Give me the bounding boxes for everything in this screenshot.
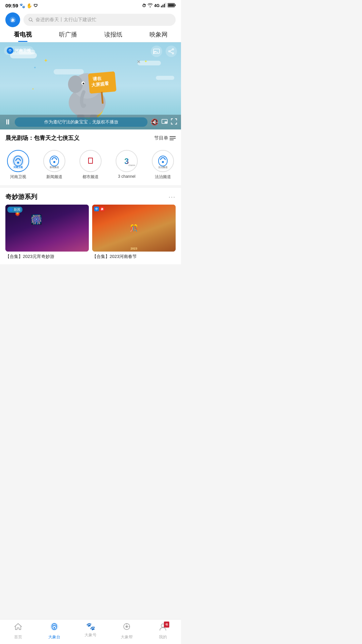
tabs-bar: 看电视 听广播 读报纸 映象网 xyxy=(0,27,181,42)
firework-icon: 🎆 xyxy=(31,214,42,225)
svg-point-27 xyxy=(153,53,154,54)
card-title-2: 【合集】2023河南春节 xyxy=(92,254,176,260)
video-bottom-bar: ⏸ 作为遵纪守法的象宝宝，无版权不播放 🔇 xyxy=(0,115,181,129)
channel-name-hnws: 河南卫视 xyxy=(10,174,26,180)
sparkle3-icon: ✦ xyxy=(32,88,34,91)
search-bar[interactable]: 奋进的春天丨太行山下建设忙 xyxy=(23,14,176,26)
svg-rect-6 xyxy=(175,4,176,6)
svg-point-52 xyxy=(9,208,13,211)
channel-name-dushi: 都市频道 xyxy=(82,174,99,180)
pause-button[interactable]: ⏸ xyxy=(4,118,11,126)
svg-point-38 xyxy=(17,162,19,164)
channel-list: 河南卫视 河南卫视 新闻频道 新闻频道 都市频道 xyxy=(0,147,181,185)
channel-logo-dushi xyxy=(79,150,102,172)
channel-name-fazhi: 法治频道 xyxy=(155,174,171,180)
svg-point-41 xyxy=(53,161,55,163)
sparkle-icon: ✦ xyxy=(44,57,48,64)
card-thumb-2: 🎊 中 象 2023 xyxy=(92,205,176,252)
signal-icon xyxy=(161,3,166,8)
4g-label: 4G xyxy=(154,3,160,8)
video-subtitle-text: 作为遵纪守法的象宝宝，无版权不播放 xyxy=(15,117,147,127)
mute-button[interactable]: 🔇 xyxy=(151,118,158,126)
timer-icon: ⏱ xyxy=(142,3,146,8)
share-button[interactable] xyxy=(166,46,177,57)
status-time: 09:59 xyxy=(5,3,18,8)
channel-item-news[interactable]: 新闻频道 新闻频道 xyxy=(36,150,72,180)
content-card-2[interactable]: 🎊 中 象 2023 【合集】2023河南春节 xyxy=(92,205,176,260)
cast-to-tv-button[interactable] xyxy=(151,46,162,57)
tab-newspaper[interactable]: 读报纸 xyxy=(90,31,136,42)
svg-rect-0 xyxy=(161,6,162,7)
hand-icon: ✋ xyxy=(26,3,32,8)
svg-point-25 xyxy=(10,51,10,52)
svg-text:请在: 请在 xyxy=(93,76,102,82)
status-bar: 09:59 🐾 ✋ 🛡 ⏱ 4G xyxy=(0,0,181,10)
program-info-row: 晨光剧场：包青天之七侠五义 节目单 xyxy=(0,129,181,147)
svg-text:象: 象 xyxy=(11,18,15,22)
svg-point-9 xyxy=(29,18,32,21)
svg-point-30 xyxy=(172,53,174,54)
search-placeholder: 奋进的春天丨太行山下建设忙 xyxy=(36,17,97,23)
close-overlay-button[interactable]: ✕ xyxy=(137,59,141,64)
channel-logo-icon xyxy=(7,47,13,54)
channel-item-fazhi[interactable]: 法治频道 法治频道 xyxy=(145,150,181,180)
sparkle2-icon: ✦ xyxy=(34,66,36,69)
search-icon xyxy=(28,17,34,22)
channel-logo-ch3: 3 channel xyxy=(116,150,138,172)
channel-logo-fazhi: 法治频道 xyxy=(152,150,174,172)
video-scene: 请在 大屏观看 ✦ ✦ ✦ ✦ ✕ 河南卫视 xyxy=(0,42,181,129)
app-logo[interactable]: 象 xyxy=(5,12,20,27)
svg-rect-5 xyxy=(168,4,174,6)
shield-icon: 🛡 xyxy=(34,3,38,8)
pip-button[interactable] xyxy=(162,119,168,125)
battery-icon xyxy=(168,3,176,8)
svg-rect-32 xyxy=(165,121,167,123)
card-year-badge: 2023 xyxy=(130,247,137,250)
svg-text:河南卫视: 河南卫视 xyxy=(13,166,23,168)
svg-text:法治频道: 法治频道 xyxy=(158,166,168,169)
sparkle4-icon: ✦ xyxy=(144,59,147,64)
fullscreen-button[interactable] xyxy=(171,118,177,126)
video-player: 请在 大屏观看 ✦ ✦ ✦ ✦ ✕ 河南卫视 xyxy=(0,42,181,129)
content-card-1[interactable]: 🎆 🏮 新闻 【合集】2023元宵奇妙游 xyxy=(5,205,89,260)
card-title-1: 【合集】2023元宵奇妙游 xyxy=(5,254,89,260)
channel-item-dushi[interactable]: 都市频道 xyxy=(72,150,109,180)
section-more-button[interactable]: ··· xyxy=(169,194,176,201)
card-thumb-1: 🎆 🏮 新闻 xyxy=(5,205,89,252)
svg-point-24 xyxy=(8,48,12,53)
section-title: 奇妙游系列 xyxy=(5,193,37,201)
svg-text:channel: channel xyxy=(128,164,135,166)
content-grid: 🎆 🏮 新闻 【合集】2023元宵奇妙游 🎊 xyxy=(0,205,181,264)
schedule-button[interactable]: 节目单 xyxy=(154,135,176,141)
channel-name-ch3: 3 channel xyxy=(118,174,135,179)
svg-point-16 xyxy=(83,83,84,85)
card-brand-badge-1: 新闻 xyxy=(7,207,22,213)
channel-item-hnws[interactable]: 河南卫视 河南卫视 xyxy=(0,150,36,180)
svg-rect-3 xyxy=(166,3,167,7)
card-logos: 中 象 xyxy=(94,207,105,211)
video-controls-top xyxy=(151,46,177,57)
svg-text:新闻频道: 新闻频道 xyxy=(50,166,59,169)
svg-point-50 xyxy=(162,161,164,163)
svg-rect-45 xyxy=(89,158,92,163)
svg-rect-2 xyxy=(164,4,165,7)
channel-logo-hnws: 河南卫视 xyxy=(7,150,29,172)
qimiaoyou-section: 奇妙游系列 ··· 🎆 🏮 新闻 【合集】2023元宵奇妙游 xyxy=(0,188,181,264)
channel-name-overlay: 河南卫视 xyxy=(15,48,31,54)
section-header: 奇妙游系列 ··· xyxy=(0,188,181,205)
svg-point-12 xyxy=(68,75,83,93)
elephant-illustration: 请在 大屏观看 xyxy=(54,56,121,123)
wifi-icon xyxy=(147,3,153,8)
svg-rect-1 xyxy=(163,5,164,7)
schedule-list-icon xyxy=(170,136,176,141)
channel-logo-overlay: 河南卫视 xyxy=(4,46,34,55)
tab-radio[interactable]: 听广播 xyxy=(45,31,90,42)
channel-name-news: 新闻频道 xyxy=(46,174,62,180)
channel-item-ch3[interactable]: 3 channel 3 channel xyxy=(109,150,145,180)
tab-tv[interactable]: 看电视 xyxy=(0,31,45,42)
paw-icon: 🐾 xyxy=(19,3,25,8)
program-title: 晨光剧场：包青天之七侠五义 xyxy=(5,134,79,142)
festival-icon: 🎊 xyxy=(130,224,138,232)
svg-point-28 xyxy=(172,49,174,50)
tab-yingxiang[interactable]: 映象网 xyxy=(136,31,181,42)
